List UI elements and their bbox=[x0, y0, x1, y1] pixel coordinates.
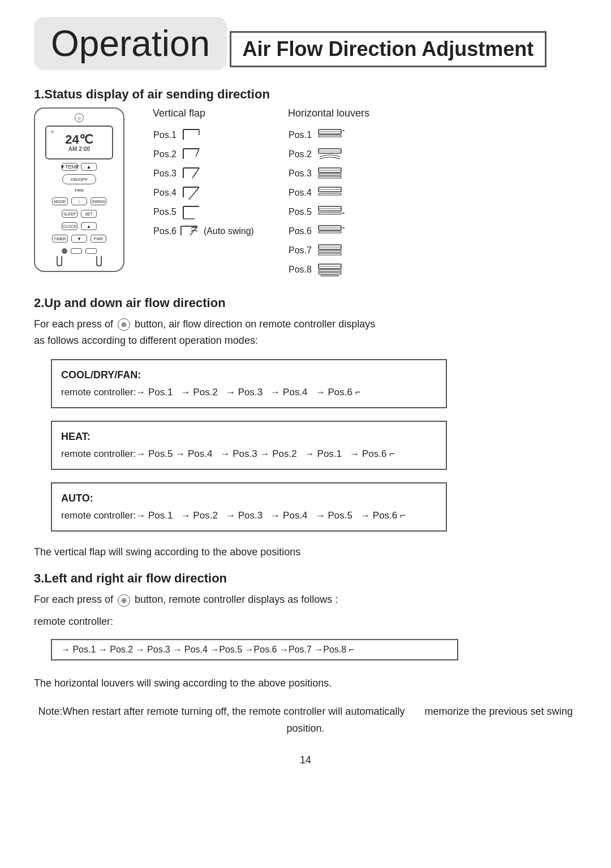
heat-flow-diagram: HEAT: remote controller:→ Pos.5 → Pos.4 … bbox=[51, 421, 447, 470]
vertical-flap-header: Vertical flap bbox=[153, 107, 254, 119]
hlouver-pos1-label: Pos.1 bbox=[288, 130, 312, 140]
svg-line-11 bbox=[189, 187, 199, 200]
cool-label: COOL/DRY/FAN: bbox=[61, 366, 437, 384]
remote-stand bbox=[57, 256, 102, 266]
updown-text1: For each press of bbox=[34, 318, 113, 330]
mode-btn[interactable]: MODE bbox=[52, 197, 68, 205]
auto-label: AUTO: bbox=[61, 489, 437, 507]
vflap-pos1: Pos.1 bbox=[153, 126, 254, 144]
svg-rect-27 bbox=[319, 176, 341, 178]
remote-bar bbox=[71, 248, 82, 254]
screen-temp: 24℃ bbox=[65, 133, 93, 146]
hlouver-pos7-icon bbox=[317, 244, 346, 257]
hlouver-pos1-icon bbox=[317, 128, 346, 142]
up-btn[interactable]: ▲ bbox=[81, 222, 97, 230]
dot-1 bbox=[62, 248, 67, 254]
vflap-pos2-label: Pos.2 bbox=[153, 149, 177, 159]
leftright-text2: button, remote controller displays as fo… bbox=[135, 594, 338, 605]
svg-rect-37 bbox=[319, 231, 341, 233]
vflap-pos3-label: Pos.3 bbox=[153, 169, 177, 179]
swing-btn[interactable]: SWING bbox=[91, 197, 106, 205]
svg-rect-46 bbox=[319, 273, 341, 274]
vflap-pos1-icon bbox=[182, 127, 203, 143]
updown-text3: as follows according to different operat… bbox=[34, 335, 258, 346]
btn-row-2: MODE ↕ SWING bbox=[52, 197, 106, 205]
flap-louver-section: Vertical flap Pos.1 Pos.2 bbox=[153, 107, 577, 279]
remote-screen: ≡ 24℃ AM 2:00 bbox=[45, 126, 113, 159]
remote-dots bbox=[62, 248, 97, 254]
hlouver-pos5-icon bbox=[317, 205, 346, 219]
heat-label: HEAT: bbox=[61, 427, 437, 446]
vflap-pos1-label: Pos.1 bbox=[153, 130, 177, 140]
vflap-pos4-label: Pos.4 bbox=[153, 188, 177, 198]
vflap-pos6-label: Pos.6 bbox=[153, 226, 177, 236]
auto-swing-label: (Auto swing) bbox=[204, 226, 254, 236]
updown-text2: button, air flow direction on remote con… bbox=[135, 318, 375, 330]
on-off-btn[interactable]: ON/OFF bbox=[62, 174, 96, 184]
hlouver-pos2-label: Pos.2 bbox=[288, 149, 312, 159]
sleep-btn[interactable]: SLEEP bbox=[62, 210, 78, 218]
leftright-text: For each press of ⊕ button, remote contr… bbox=[34, 591, 577, 608]
auto-flow-diagram: AUTO: remote controller:→ Pos.1 → Pos.2 … bbox=[51, 482, 447, 532]
hlouver-pos3: Pos.3 bbox=[288, 165, 369, 183]
heat-flow-text: remote controller:→ Pos.5 → Pos.4 → Pos.… bbox=[61, 446, 437, 463]
svg-rect-26 bbox=[319, 174, 341, 175]
airflow-btn[interactable]: ↕ bbox=[71, 197, 87, 205]
vflap-pos6-icon bbox=[180, 223, 200, 239]
leftright-swing-icon: ⊕ bbox=[118, 594, 130, 607]
leftright-text1: For each press of bbox=[34, 594, 113, 605]
cool-flow-text: remote controller:→ Pos.1 → Pos.2 → Pos.… bbox=[61, 384, 437, 401]
hlouver-pos5: Pos.5 bbox=[288, 203, 369, 221]
fan-label: FAN bbox=[75, 188, 84, 193]
hlouver-pos6-icon bbox=[317, 224, 346, 238]
hlouver-pos8: Pos.8 bbox=[288, 261, 369, 279]
down-btn[interactable]: ▼ bbox=[71, 235, 87, 243]
cool-flow-diagram: COOL/DRY/FAN: remote controller:→ Pos.1 … bbox=[51, 359, 447, 408]
horizontal-flow-box: → Pos.1 → Pos.2 → Pos.3 → Pos.4 →Pos.5 →… bbox=[51, 639, 458, 660]
svg-rect-45 bbox=[319, 270, 341, 271]
vflap-pos2: Pos.2 bbox=[153, 145, 254, 163]
screen-content: 24℃ AM 2:00 bbox=[65, 133, 93, 152]
page-number: 14 bbox=[34, 754, 577, 766]
hlouver-pos7: Pos.7 bbox=[288, 241, 369, 260]
horizontal-swing-note: The horizontal louvers will swing accord… bbox=[34, 675, 577, 692]
hlouver-pos2: Pos.2 bbox=[288, 145, 369, 163]
clock-btn[interactable]: CLOCK bbox=[62, 222, 78, 230]
hlouver-pos5-label: Pos.5 bbox=[288, 207, 312, 217]
hlouver-pos3-label: Pos.3 bbox=[288, 169, 312, 179]
remote-top-circle: ☼ bbox=[75, 113, 84, 122]
hlouver-pos4: Pos.4 bbox=[288, 184, 369, 202]
leftright-flow-text: → Pos.1 → Pos.2 → Pos.3 → Pos.4 →Pos.5 →… bbox=[61, 645, 354, 654]
temp-down-btn[interactable]: ▼TEMP bbox=[62, 163, 78, 171]
vflap-pos3: Pos.3 bbox=[153, 165, 254, 183]
hlouver-pos8-label: Pos.8 bbox=[288, 265, 312, 275]
vertical-swing-note: The vertical flap will swing according t… bbox=[34, 544, 577, 560]
vflap-pos3-icon bbox=[182, 166, 203, 182]
set-btn[interactable]: SET bbox=[81, 210, 97, 218]
hlouver-pos4-label: Pos.4 bbox=[288, 188, 312, 198]
hlouver-pos1: Pos.1 bbox=[288, 126, 369, 144]
svg-rect-47 bbox=[321, 275, 339, 277]
updown-text: For each press of ⊕ button, air flow dir… bbox=[34, 316, 577, 349]
screen-detail: ≡ bbox=[51, 129, 54, 135]
stand-leg-left bbox=[57, 256, 62, 266]
horizontal-louver-column: Horizontal louvers Pos.1 Pos.2 bbox=[288, 107, 369, 279]
svg-line-8 bbox=[192, 168, 199, 178]
screen-time: AM 2:00 bbox=[68, 146, 90, 152]
subsection3-title: 3.Left and right air flow direction bbox=[34, 571, 577, 586]
remote-control-image: ☼ ≡ 24℃ AM 2:00 ▼TEMP ▲ ON/OFF FAN MODE bbox=[34, 107, 136, 279]
hlouver-pos7-label: Pos.7 bbox=[288, 245, 312, 256]
remote-bar2 bbox=[85, 248, 97, 254]
stand-leg-right bbox=[96, 256, 102, 266]
hlouver-pos8-icon bbox=[317, 263, 346, 277]
btn-row-3: SLEEP SET bbox=[62, 210, 97, 218]
leftright-label: remote controller: bbox=[34, 614, 577, 630]
subsection2-title: 2.Up and down air flow direction bbox=[34, 296, 577, 310]
timer-btn[interactable]: TIMER bbox=[52, 235, 68, 243]
vflap-pos4-icon bbox=[182, 185, 203, 201]
vflap-pos5: Pos.5 bbox=[153, 203, 254, 221]
subsection1-title: 1.Status display of air sending directio… bbox=[34, 87, 577, 102]
powersoft-btn[interactable]: PWR bbox=[91, 235, 106, 243]
svg-line-5 bbox=[196, 149, 199, 157]
temp-up-btn[interactable]: ▲ bbox=[81, 163, 97, 171]
